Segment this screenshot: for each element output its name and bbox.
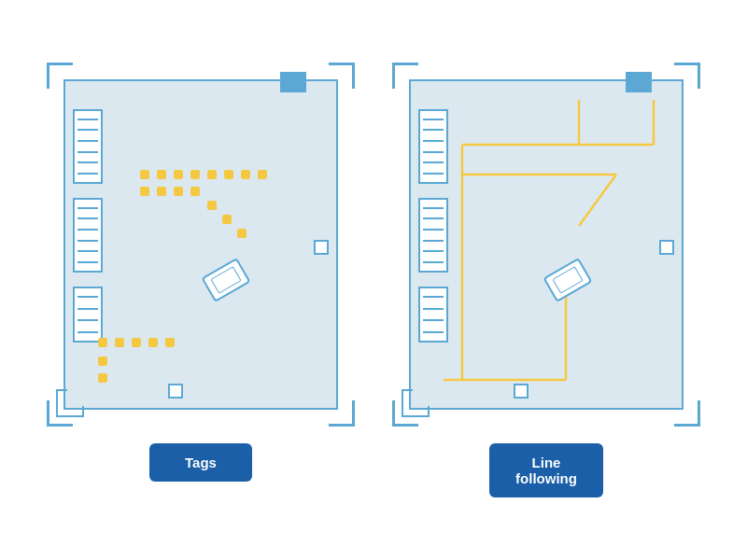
wall-square-bottom-r (514, 384, 529, 399)
line-following-room-background (409, 79, 684, 410)
top-right-marker-r (626, 72, 652, 92)
corner-tl (47, 63, 73, 89)
dot (190, 170, 200, 179)
dot (148, 338, 158, 347)
shelf-2 (73, 198, 103, 273)
line-following-diagram-wrapper: Line following (392, 63, 700, 497)
corner-tr (329, 63, 355, 89)
dot (140, 170, 149, 179)
bottom-left-detail2-r (402, 389, 413, 417)
tags-label-button[interactable]: Tags (149, 443, 252, 482)
corner-tl-r (392, 63, 418, 89)
dot (190, 187, 200, 196)
dot (224, 170, 233, 179)
line-following-floor-plan (392, 63, 700, 427)
wall-square-right-r (659, 240, 674, 255)
dot (174, 187, 183, 196)
shelf-r3 (418, 287, 448, 343)
corner-br-r (674, 400, 700, 427)
dot (140, 187, 149, 196)
dot (157, 187, 166, 196)
dot (222, 215, 232, 224)
shelf-r2 (418, 198, 448, 273)
dot (207, 170, 217, 179)
dot (98, 357, 107, 366)
tags-diagram-wrapper: Tags (47, 63, 355, 482)
dot (157, 170, 166, 179)
dot (174, 170, 183, 179)
dot (241, 170, 250, 179)
top-right-marker (280, 72, 306, 92)
shelf-3 (73, 287, 103, 343)
dot (132, 338, 141, 347)
corner-br (329, 400, 355, 427)
tags-floor-plan (47, 63, 355, 427)
wall-square-bottom (168, 384, 183, 399)
diagrams-container: Tags (47, 63, 700, 497)
shelf-1 (73, 109, 103, 184)
dot (258, 170, 267, 179)
dot (165, 338, 175, 347)
line-following-label-button[interactable]: Line following (489, 443, 603, 497)
wall-square-right (314, 240, 329, 255)
dot (115, 338, 124, 347)
dot (237, 229, 247, 238)
dot (207, 201, 217, 210)
corner-tr-r (674, 63, 700, 89)
dot (98, 373, 107, 383)
shelf-r1 (418, 109, 448, 184)
dot (98, 338, 107, 347)
bottom-left-detail2 (56, 389, 67, 417)
